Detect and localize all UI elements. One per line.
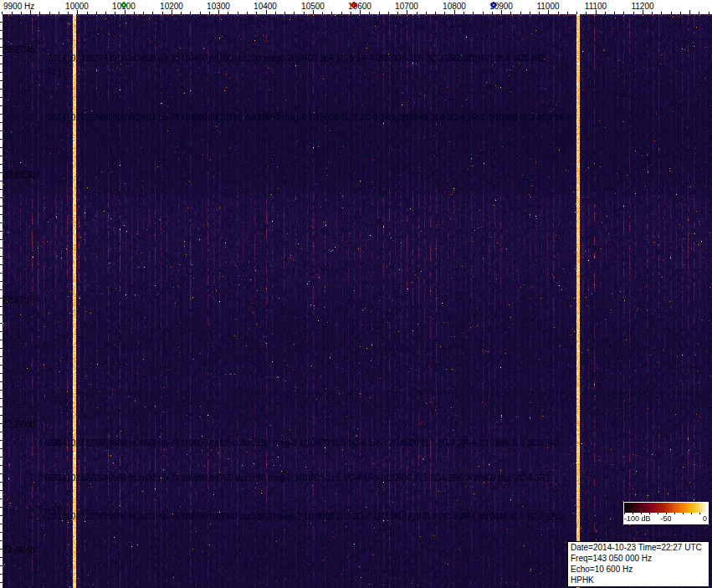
freq-tick-minor [96, 12, 97, 14]
spectrogram-overlays: 22:27:4522:27:3022:27:1522:27:0022:26:45… [0, 0, 712, 588]
freq-tick-minor [87, 12, 88, 14]
freq-tick-minor [652, 12, 653, 14]
colorbar-panel: -100 dB -50 0 [623, 502, 709, 524]
freq-tick-minor [671, 12, 672, 14]
freq-tick-major [313, 10, 314, 14]
freq-tick-minor [304, 12, 305, 14]
freq-tick-minor [49, 12, 50, 14]
time-label: 22:27:15 [3, 295, 35, 304]
freq-tick-major [689, 10, 690, 14]
freq-tick-minor [331, 12, 332, 14]
info-line-datetime: Date=2014-10-23 Time=22:27 UTC [571, 542, 706, 553]
freq-tick-minor [464, 12, 464, 14]
freq-tick-minor [586, 12, 587, 14]
freq-tick-minor [623, 12, 624, 14]
freq-tick-minor [134, 12, 135, 14]
freq-tick-minor [341, 12, 342, 14]
time-label: 22:26:45 [3, 545, 35, 555]
freq-tick-major [548, 10, 549, 14]
freq-tick-major [596, 10, 597, 14]
freq-tick-major [125, 10, 125, 14]
freq-tick-minor [680, 12, 681, 14]
freq-tick-minor [435, 12, 436, 14]
colorbar-labels: -100 dB -50 0 [624, 514, 708, 524]
freq-tick-minor [143, 12, 144, 14]
colorbar-label-max: 0 [703, 514, 707, 523]
freq-tick-minor [614, 12, 615, 14]
freq-tick-minor [633, 12, 634, 14]
freq-tick-minor [21, 12, 22, 14]
freq-tick-minor [247, 12, 248, 14]
freq-tick-minor [567, 12, 568, 14]
freq-tick-minor [576, 12, 577, 14]
freq-tick-minor [256, 12, 257, 14]
annotation-detection-text: 20141023222610100 hCnt31 nb-76 f10900 hi… [48, 512, 562, 521]
time-label: 22:27:00 [3, 420, 35, 429]
freq-tick-minor [59, 12, 59, 14]
freq-tick-minor [397, 12, 398, 14]
time-label: 22:27:30 [3, 171, 35, 180]
freq-tick-minor [539, 12, 540, 14]
freq-tick-minor [200, 12, 201, 14]
info-line-frequency: Freq=143 050 000 Hz [571, 553, 706, 564]
freq-tick-major [77, 10, 78, 14]
freq-tick-minor [294, 12, 295, 14]
freq-tick-minor [388, 12, 389, 14]
freq-tick-minor [284, 12, 285, 14]
freq-tick-minor [275, 12, 276, 14]
freq-tick-minor [558, 12, 559, 14]
freq-tick-major [643, 10, 643, 14]
info-line-echo: Echo=10 600 Hz [571, 564, 706, 575]
colorbar-label-mid: -50 [660, 514, 671, 523]
freq-tick-major [454, 10, 455, 14]
freq-tick-minor [369, 12, 370, 14]
freq-tick-minor [105, 12, 106, 14]
freq-tick-minor [190, 12, 191, 14]
freq-tick-major [501, 10, 502, 14]
freq-tick-minor [12, 12, 13, 14]
freq-tick-minor [39, 12, 40, 14]
annotation-detection-text: 20141023222658000 hCnt34 nb-78 f10699 hi… [48, 113, 570, 122]
info-line-station: HPHK [571, 575, 706, 585]
freq-tick-minor [228, 12, 228, 14]
freq-tick-major [360, 10, 361, 14]
freq-tick-minor [417, 12, 417, 14]
freq-tick-minor [209, 12, 210, 14]
freq-tick-minor [2, 12, 3, 14]
freq-tick-minor [238, 12, 238, 14]
freq-tick-minor [473, 12, 474, 14]
spectrogram-window: 9900 Hz100001010010200103001040010500106… [0, 0, 712, 588]
time-label: 22:27:45 [3, 45, 35, 54]
freq-tick-minor [661, 12, 662, 14]
freq-tick-minor [510, 12, 511, 14]
freq-tick-minor [605, 12, 606, 14]
freq-tick-minor [162, 12, 163, 14]
annotation-detection-text: 20141023222653600 hCnt33 nb-76 f10600 hi… [48, 438, 561, 447]
annotation-detection-text: 20141023222649500 hCnt32 nb-74 f10900 hi… [48, 473, 550, 483]
annotation-marker-label: ^ t+41 [38, 69, 61, 78]
freq-tick-minor [181, 12, 182, 14]
freq-tick-major [218, 10, 219, 14]
freq-tick-minor [699, 12, 699, 14]
freq-tick-minor [492, 12, 493, 14]
annotation-detection-text: 20141023222741900 hCnt35 nb-78 f10400 hi… [48, 54, 546, 63]
frequency-ruler: 9900 Hz100001010010200103001040010500106… [0, 0, 712, 14]
freq-tick-minor [68, 12, 69, 14]
colorbar-label-min: -100 dB [624, 514, 651, 523]
freq-tick-minor [152, 12, 153, 14]
freq-tick-minor [444, 12, 445, 14]
info-box: Date=2014-10-23 Time=22:27 UTC Freq=143 … [567, 541, 709, 587]
freq-tick-minor [530, 12, 530, 14]
colorbar-gradient [624, 503, 708, 513]
freq-tick-minor [351, 12, 351, 14]
freq-tick-minor [709, 12, 709, 14]
freq-tick-minor [115, 12, 115, 14]
freq-tick-minor [426, 12, 427, 14]
freq-tick-major [266, 10, 267, 14]
freq-tick-major [407, 10, 407, 14]
freq-tick-major [172, 10, 172, 14]
freq-tick-major [30, 10, 31, 14]
freq-tick-minor [483, 12, 484, 14]
freq-tick-minor [520, 12, 521, 14]
freq-tick-minor [379, 12, 380, 14]
